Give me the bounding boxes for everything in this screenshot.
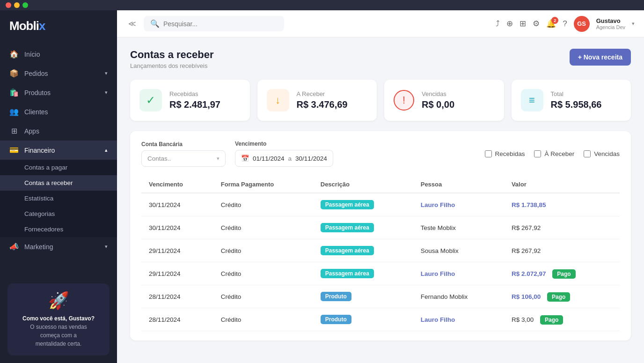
sidebar-item-label: Início	[24, 51, 40, 58]
sidebar-item-inicio[interactable]: 🏠 Início	[0, 44, 117, 64]
help-icon[interactable]: ?	[563, 19, 567, 29]
sidebar-item-financeiro[interactable]: 💳 Financeiro ▴	[0, 141, 117, 160]
filter-label: Conta Bancária	[141, 141, 226, 148]
checkbox-vencidas[interactable]: Vencidas	[584, 150, 620, 157]
calendar-icon: 📅	[241, 155, 249, 162]
user-info: Gustavo Agencia Dev	[596, 17, 625, 30]
conta-filter-group: Conta Bancária Contas.. ▾	[141, 141, 226, 167]
sidebar-item-estatistica[interactable]: Estatística	[0, 191, 117, 206]
maximize-dot[interactable]	[22, 2, 28, 8]
sidebar-item-clientes[interactable]: 👥 Clientes	[0, 102, 117, 121]
cell-valor: R$ 267,92	[504, 239, 620, 262]
main-area: ≪ 🔍 ⤴ ⊕ ⊞ ⚙ 🔔 2 ? GS Gustavo Agencia Dev…	[117, 10, 644, 363]
sidebar-item-label: Marketing	[24, 243, 53, 251]
cell-descricao: Produto	[313, 285, 413, 308]
cell-forma: Crédito	[213, 308, 313, 331]
check-icon: ✓	[139, 89, 162, 111]
user-chevron-icon[interactable]: ▾	[632, 21, 635, 27]
notification-badge: 2	[551, 17, 558, 24]
sidebar-item-fornecedores[interactable]: Fornecedores	[0, 222, 117, 237]
cell-vencimento: 30/11/2024	[141, 216, 213, 239]
new-receita-button[interactable]: + Nova receita	[570, 49, 631, 66]
col-vencimento: Vencimento	[141, 176, 213, 193]
sidebar-item-contas-pagar[interactable]: Contas a pagar	[0, 160, 117, 175]
notification-icon[interactable]: 🔔 2	[546, 19, 556, 29]
cell-descricao: Passagem aérea	[313, 216, 413, 239]
cell-valor: R$ 1.738,85	[504, 193, 620, 216]
cell-forma: Crédito	[213, 216, 313, 239]
checkbox-a-receber[interactable]: À Receber	[534, 150, 574, 157]
chevron-up-icon: ▴	[105, 147, 108, 153]
checkbox-recebidas[interactable]: Recebidas	[485, 150, 525, 157]
financeiro-icon: 💳	[9, 146, 19, 155]
search-box[interactable]: 🔍	[144, 16, 284, 31]
cell-valor: R$ 3,00 Pago	[504, 308, 620, 331]
cell-forma: Crédito	[213, 193, 313, 216]
sidebar-item-contas-receber[interactable]: Contas a receber	[0, 175, 117, 191]
user-avatar[interactable]: GS	[574, 16, 590, 32]
page-title: Contas a receber	[130, 49, 214, 61]
chevron-down-icon: ▾	[105, 70, 108, 76]
close-dot[interactable]	[6, 2, 11, 8]
add-icon[interactable]: ⊕	[506, 19, 513, 29]
settings-icon[interactable]: ⚙	[533, 19, 540, 29]
card-label: Vencidas	[422, 90, 454, 97]
date-range-picker[interactable]: 📅 01/11/2024 a 30/11/2024	[235, 150, 333, 167]
card-total: ≡ Total R$ 5.958,66	[512, 80, 631, 121]
status-badge: Pago	[547, 292, 570, 302]
cell-vencimento: 30/11/2024	[141, 193, 213, 216]
checkbox-label: Vencidas	[594, 150, 620, 157]
cell-pessoa: Sousa Moblix	[413, 239, 504, 262]
cell-descricao: Produto	[313, 308, 413, 331]
checkbox-label: Recebidas	[495, 150, 525, 157]
status-badge: Pago	[540, 315, 563, 325]
promo-card: 🚀 Como você está, Gustavo? O sucesso nas…	[7, 283, 110, 356]
apps-icon: ⊞	[9, 126, 19, 135]
page-title-group: Contas a receber Lançamentos dos recebív…	[130, 49, 214, 69]
status-badge: Pago	[552, 269, 575, 279]
conta-placeholder: Contas..	[147, 155, 171, 162]
summary-cards: ✓ Recebidas R$ 2.481,97 ↓ A Receber R$ 3…	[130, 80, 631, 121]
sidebar-item-marketing[interactable]: 📣 Marketing ▾	[0, 237, 117, 256]
cell-valor: R$ 267,92	[504, 216, 620, 239]
external-link-icon[interactable]: ⤴	[496, 19, 500, 29]
checkbox-recebidas-input[interactable]	[485, 150, 492, 157]
date-separator: a	[288, 155, 292, 162]
topbar: ≪ 🔍 ⤴ ⊕ ⊞ ⚙ 🔔 2 ? GS Gustavo Agencia Dev…	[117, 10, 644, 37]
sidebar-item-label: Apps	[24, 127, 39, 135]
cell-pessoa: Lauro Filho	[413, 308, 504, 331]
search-input[interactable]	[163, 20, 278, 28]
sidebar-item-pedidos[interactable]: 📦 Pedidos ▾	[0, 64, 117, 83]
cell-vencimento: 29/11/2024	[141, 262, 213, 285]
topbar-actions: ⤴ ⊕ ⊞ ⚙ 🔔 2 ? GS Gustavo Agencia Dev ▾	[496, 16, 635, 32]
pedidos-icon: 📦	[9, 69, 19, 78]
col-forma: Forma Pagamento	[213, 176, 313, 193]
sidebar-item-produtos[interactable]: 🛍️ Produtos ▾	[0, 83, 117, 102]
checkbox-a-receber-input[interactable]	[534, 150, 541, 157]
cell-valor: R$ 2.072,97 Pago	[504, 262, 620, 285]
rocket-icon: 🚀	[15, 291, 102, 311]
cell-forma: Crédito	[213, 239, 313, 262]
table-row: 28/11/2024 Crédito Produto Lauro Filho R…	[141, 308, 620, 331]
cell-vencimento: 28/11/2024	[141, 285, 213, 308]
conta-select[interactable]: Contas.. ▾	[141, 150, 226, 167]
grid-icon[interactable]: ⊞	[520, 19, 526, 29]
filter-label: Vencimento	[235, 141, 333, 147]
sidebar-item-categorias[interactable]: Categorias	[0, 206, 117, 222]
card-label: Total	[551, 90, 602, 97]
window-chrome	[0, 0, 644, 10]
collapse-button[interactable]: ≪	[126, 17, 138, 30]
cell-valor: R$ 106,00 Pago	[504, 285, 620, 308]
minimize-dot[interactable]	[14, 2, 20, 8]
page-subtitle: Lançamentos dos recebíveis	[130, 62, 214, 69]
cell-pessoa: Lauro Filho	[413, 262, 504, 285]
produtos-icon: 🛍️	[9, 88, 19, 97]
sidebar-item-apps[interactable]: ⊞ Apps	[0, 121, 117, 141]
cell-pessoa: Lauro Filho	[413, 193, 504, 216]
date-to: 30/11/2024	[295, 155, 327, 162]
user-name: Gustavo	[596, 17, 625, 24]
checkbox-vencidas-input[interactable]	[584, 150, 591, 157]
download-icon: ↓	[267, 89, 289, 111]
table-row: 30/11/2024 Crédito Passagem aérea Lauro …	[141, 193, 620, 216]
cell-descricao: Passagem aérea	[313, 193, 413, 216]
